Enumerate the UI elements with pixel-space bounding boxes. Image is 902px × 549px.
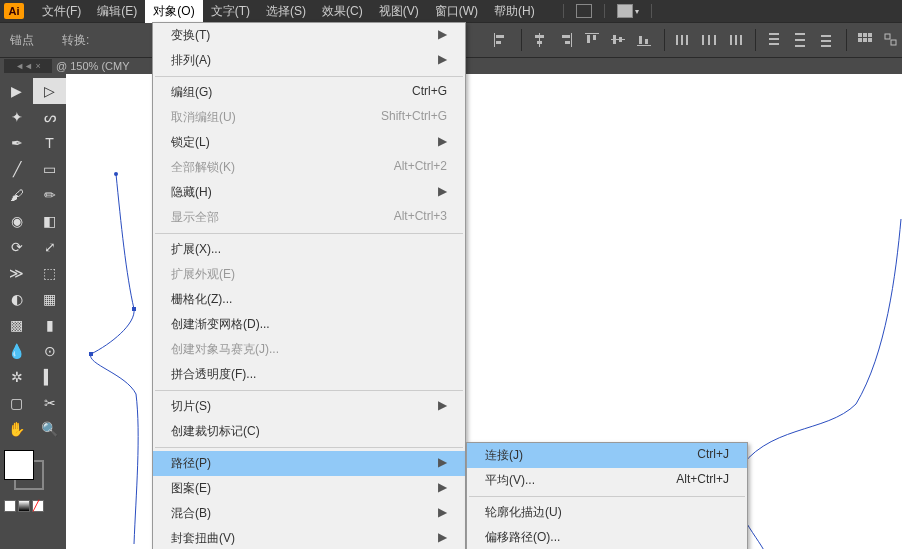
mesh-tool[interactable]: ▩ [0,312,33,338]
svg-rect-23 [714,35,716,45]
fill-swatch[interactable] [4,450,34,480]
hand-tool[interactable]: ✋ [0,416,33,442]
menu-help[interactable]: 帮助(H) [486,0,543,23]
zoom-tool[interactable]: 🔍 [33,416,66,442]
magic-wand-tool[interactable]: ✦ [0,104,33,130]
lasso-tool[interactable]: ᔕ [33,104,66,130]
distribute-h2-icon[interactable] [700,31,720,49]
distribute-h-icon[interactable] [674,31,694,49]
align-top-icon[interactable] [583,31,603,49]
gradient-tool[interactable]: ▮ [33,312,66,338]
pen-tool[interactable]: ✒ [0,130,33,156]
submenu-join[interactable]: 连接(J)Ctrl+J [467,443,747,468]
doc-setup-icon[interactable] [576,4,592,18]
svg-rect-22 [708,35,710,45]
type-tool[interactable]: T [33,130,66,156]
menu-effect[interactable]: 效果(C) [314,0,371,23]
distribute-v2-icon[interactable] [791,31,811,49]
eraser-tool[interactable]: ◧ [33,208,66,234]
shape-builder-tool[interactable]: ◐ [0,286,33,312]
submenu-arrow-icon: ▶ [438,52,447,69]
scale-tool[interactable]: ⤢ [33,234,66,260]
menu-transform[interactable]: 变换(T)▶ [153,23,465,48]
menu-view[interactable]: 视图(V) [371,0,427,23]
width-tool[interactable]: ≫ [0,260,33,286]
blob-brush-tool[interactable]: ◉ [0,208,33,234]
svg-rect-18 [676,35,678,45]
svg-rect-36 [858,33,862,37]
menu-unlock-all: 全部解锁(K)Alt+Ctrl+2 [153,155,465,180]
menu-blend[interactable]: 混合(B)▶ [153,501,465,526]
align-bottom-icon[interactable] [635,31,655,49]
menu-arrange[interactable]: 排列(A)▶ [153,48,465,73]
menu-rasterize[interactable]: 栅格化(Z)... [153,287,465,312]
align-left-icon[interactable] [492,31,512,49]
menu-hide[interactable]: 隐藏(H)▶ [153,180,465,205]
distribute-v3-icon[interactable] [817,31,837,49]
menu-select[interactable]: 选择(S) [258,0,314,23]
menu-slice[interactable]: 切片(S)▶ [153,394,465,419]
gradient-mode-icon[interactable] [18,500,30,512]
convert-corner-icon[interactable] [117,31,137,49]
distribute-h3-icon[interactable] [726,31,746,49]
rotate-tool[interactable]: ⟳ [0,234,33,260]
grid-icon[interactable] [856,31,876,49]
svg-rect-1 [496,35,504,38]
menu-expand[interactable]: 扩展(X)... [153,237,465,262]
menu-gradient-mesh[interactable]: 创建渐变网格(D)... [153,312,465,337]
artboard-tool[interactable]: ▢ [0,390,33,416]
menu-edit[interactable]: 编辑(E) [89,0,145,23]
pencil-tool[interactable]: ✏ [33,182,66,208]
menu-path[interactable]: 路径(P)▶ [153,451,465,476]
svg-rect-39 [858,38,862,42]
menu-object[interactable]: 对象(O) [145,0,202,23]
column-graph-tool[interactable]: ▍ [33,364,66,390]
align-vcenter-icon[interactable] [609,31,629,49]
menu-file[interactable]: 文件(F) [34,0,89,23]
distribute-v-icon[interactable] [765,31,785,49]
menu-pattern[interactable]: 图案(E)▶ [153,476,465,501]
paintbrush-tool[interactable]: 🖌 [0,182,33,208]
menu-group[interactable]: 编组(G)Ctrl+G [153,80,465,105]
submenu-outline-stroke[interactable]: 轮廓化描边(U) [467,500,747,525]
color-swatch-area[interactable]: ╱ [0,446,66,516]
submenu-average[interactable]: 平均(V)...Alt+Ctrl+J [467,468,747,493]
menubar-right-icons: ▾ [563,4,652,18]
free-transform-tool[interactable]: ⬚ [33,260,66,286]
shortcut-label: Alt+Ctrl+3 [394,209,447,226]
menu-separator [155,390,463,391]
anchor-label: 锚点 [10,32,34,49]
menu-envelope[interactable]: 封套扭曲(V)▶ [153,526,465,549]
align-hcenter-icon[interactable] [531,31,551,49]
menu-separator [469,496,745,497]
svg-rect-26 [740,35,742,45]
submenu-offset-path[interactable]: 偏移路径(O)... [467,525,747,549]
color-mode-icon[interactable] [4,500,16,512]
menu-flatten[interactable]: 拼合透明度(F)... [153,362,465,387]
svg-rect-10 [587,35,590,43]
submenu-arrow-icon: ▶ [438,505,447,522]
eyedropper-tool[interactable]: 💧 [0,338,33,364]
menu-lock[interactable]: 锁定(L)▶ [153,130,465,155]
shortcut-label: Alt+Ctrl+J [676,472,729,489]
blend-tool[interactable]: ⊙ [33,338,66,364]
workspace-switcher-icon[interactable]: ▾ [617,4,639,18]
menu-show-all: 显示全部Alt+Ctrl+3 [153,205,465,230]
panel-collapse-handle[interactable]: ◄◄ × [4,59,52,73]
none-mode-icon[interactable]: ╱ [32,500,44,512]
selection-tool[interactable]: ▶ [0,78,33,104]
align-right-icon[interactable] [557,31,577,49]
modes-icon[interactable] [882,31,902,49]
svg-rect-42 [885,34,890,39]
svg-rect-45 [132,307,136,311]
menu-window[interactable]: 窗口(W) [427,0,486,23]
line-tool[interactable]: ╱ [0,156,33,182]
direct-selection-tool[interactable]: ▷ [33,78,66,104]
slice-tool[interactable]: ✂ [33,390,66,416]
perspective-grid-tool[interactable]: ▦ [33,286,66,312]
svg-rect-30 [795,33,805,35]
symbol-sprayer-tool[interactable]: ✲ [0,364,33,390]
menu-crop-marks[interactable]: 创建裁切标记(C) [153,419,465,444]
rectangle-tool[interactable]: ▭ [33,156,66,182]
menu-type[interactable]: 文字(T) [203,0,258,23]
